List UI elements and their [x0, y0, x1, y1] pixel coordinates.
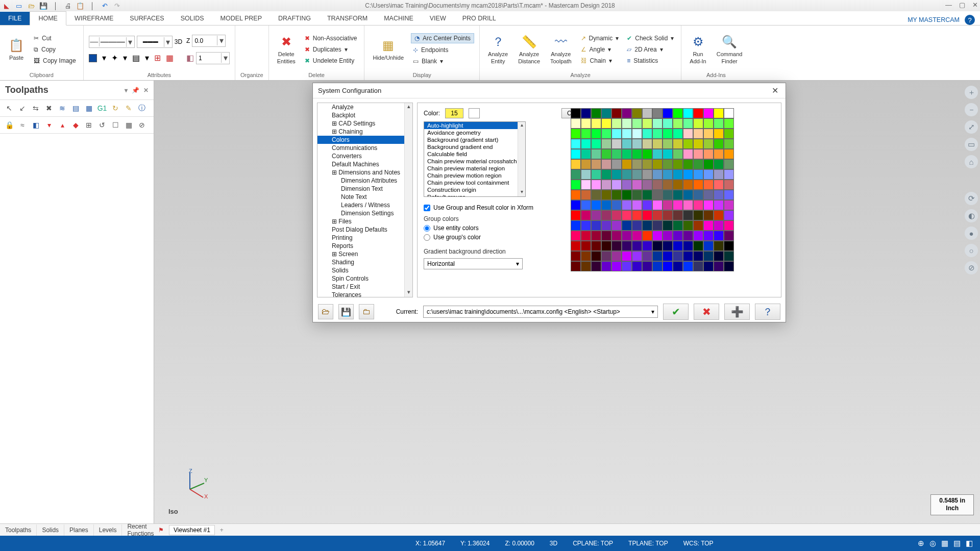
palette-swatch[interactable]	[642, 200, 652, 210]
help-button[interactable]: ？	[755, 304, 780, 320]
palette-swatch[interactable]	[622, 129, 632, 139]
palette-swatch[interactable]	[591, 149, 601, 159]
bt-toolpaths[interactable]: Toolpaths	[0, 524, 37, 536]
palette-swatch[interactable]	[591, 139, 601, 149]
palette-swatch[interactable]	[663, 190, 673, 200]
palette-swatch[interactable]	[724, 241, 734, 251]
tree-item[interactable]: Default Machines	[317, 160, 404, 168]
attrib-icon1[interactable]: ⊞	[154, 53, 161, 63]
palette-swatch[interactable]	[693, 231, 703, 241]
color-list-item[interactable]: Background (gradient start)	[424, 136, 525, 143]
tree-item[interactable]: ⊞ Files	[317, 217, 404, 226]
tp2-3[interactable]: ◧	[31, 120, 41, 130]
palette-swatch[interactable]	[601, 190, 611, 200]
palette-swatch[interactable]	[571, 261, 581, 271]
palette-swatch[interactable]	[591, 118, 601, 129]
palette-swatch[interactable]	[591, 190, 601, 200]
saveas-config-icon[interactable]: 🗀	[359, 304, 374, 319]
palette-swatch[interactable]	[571, 108, 581, 118]
tp2-11[interactable]: ⊘	[137, 120, 147, 130]
palette-swatch[interactable]	[714, 251, 724, 261]
status-icon-2[interactable]: ◎	[929, 539, 936, 548]
rr-rotate[interactable]: ⟳	[965, 192, 978, 205]
tree-item[interactable]: Note Text	[317, 193, 404, 201]
palette-swatch[interactable]	[642, 210, 652, 220]
palette-swatch[interactable]	[642, 261, 652, 271]
palette-swatch[interactable]	[622, 241, 632, 251]
palette-swatch[interactable]	[652, 210, 663, 220]
help-icon[interactable]: ?	[965, 15, 975, 25]
dialog-close-icon[interactable]: ✕	[769, 85, 780, 96]
tp-tb-9[interactable]: ↻	[110, 103, 120, 113]
palette-swatch[interactable]	[642, 169, 652, 180]
palette-swatch[interactable]	[724, 190, 734, 200]
color-list-item[interactable]: Chain preview material crosshatch	[424, 158, 525, 165]
tp-tb-4[interactable]: ✖	[44, 103, 54, 113]
palette-swatch[interactable]	[663, 149, 673, 159]
palette-swatch[interactable]	[632, 169, 642, 180]
palette-swatch[interactable]	[693, 118, 703, 129]
palette-swatch[interactable]	[673, 139, 683, 149]
palette-swatch[interactable]	[581, 190, 591, 200]
palette-swatch[interactable]	[571, 149, 581, 159]
palette-swatch[interactable]	[663, 129, 673, 139]
palette-swatch[interactable]	[683, 190, 693, 200]
cut-button[interactable]: ✂Cut	[32, 34, 78, 43]
palette-swatch[interactable]	[632, 210, 642, 220]
palette-swatch[interactable]	[642, 108, 652, 118]
palette-swatch[interactable]	[683, 108, 693, 118]
rr-unzoom[interactable]: ⤢	[965, 120, 978, 134]
palette-swatch[interactable]	[571, 231, 581, 241]
palette-swatch[interactable]	[581, 200, 591, 210]
palette-swatch[interactable]	[652, 118, 663, 129]
palette-swatch[interactable]	[622, 200, 632, 210]
palette-swatch[interactable]	[652, 129, 663, 139]
bt-planes[interactable]: Planes	[64, 524, 94, 536]
palette-swatch[interactable]	[703, 108, 714, 118]
palette-swatch[interactable]	[622, 180, 632, 190]
palette-swatch[interactable]	[622, 149, 632, 159]
palette-swatch[interactable]	[673, 169, 683, 180]
color-number-input[interactable]	[445, 108, 463, 118]
status-icon-1[interactable]: ⊕	[918, 539, 924, 548]
tree-item[interactable]: Dimension Attributes	[317, 177, 404, 185]
palette-swatch[interactable]	[673, 251, 683, 261]
palette-swatch[interactable]	[714, 180, 724, 190]
viewsheet-tab[interactable]: Viewsheet #1	[169, 525, 215, 535]
stats-button[interactable]: ≡Statistics	[625, 56, 676, 65]
chain-button[interactable]: ⛓Chain▾	[579, 56, 621, 65]
palette-swatch[interactable]	[683, 210, 693, 220]
palette-swatch[interactable]	[611, 149, 622, 159]
palette-swatch[interactable]	[724, 180, 734, 190]
palette-swatch[interactable]	[663, 169, 673, 180]
palette-swatch[interactable]	[611, 220, 622, 231]
mode-2d3d[interactable]: 3D	[175, 38, 182, 45]
palette-swatch[interactable]	[693, 108, 703, 118]
palette-swatch[interactable]	[581, 210, 591, 220]
palette-swatch[interactable]	[591, 220, 601, 231]
palette-swatch[interactable]	[663, 159, 673, 169]
palette-swatch[interactable]	[724, 231, 734, 241]
tree-item[interactable]: Converters	[317, 152, 404, 160]
palette-swatch[interactable]	[611, 108, 622, 118]
palette-swatch[interactable]	[632, 231, 642, 241]
radio-entity-input[interactable]	[424, 225, 430, 232]
palette-swatch[interactable]	[611, 190, 622, 200]
palette-swatch[interactable]	[601, 139, 611, 149]
palette-swatch[interactable]	[724, 159, 734, 169]
rr-zoom-out[interactable]: －	[965, 103, 978, 116]
palette-swatch[interactable]	[693, 241, 703, 251]
palette-swatch[interactable]	[601, 241, 611, 251]
palette-swatch[interactable]	[703, 169, 714, 180]
palette-swatch[interactable]	[632, 180, 642, 190]
checksolid-button[interactable]: ✔Check Solid▾	[625, 34, 676, 43]
tp-tb-8[interactable]: G1	[97, 103, 107, 113]
palette-swatch[interactable]	[683, 139, 693, 149]
palette-swatch[interactable]	[581, 180, 591, 190]
scroll-down-icon[interactable]: ▾	[405, 289, 412, 297]
palette-swatch[interactable]	[663, 108, 673, 118]
palette-swatch[interactable]	[591, 241, 601, 251]
palette-swatch[interactable]	[632, 139, 642, 149]
palette-swatch[interactable]	[571, 251, 581, 261]
palette-swatch[interactable]	[611, 251, 622, 261]
